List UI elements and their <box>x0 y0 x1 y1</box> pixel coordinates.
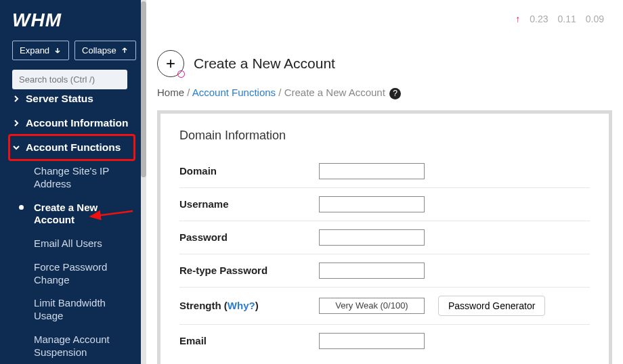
up-arrow-icon: ↑ <box>515 14 520 24</box>
chevron-right-icon <box>12 119 20 127</box>
page-title: Create a New Account <box>194 55 335 72</box>
sidebar-nav: Server Status Account Information Accoun… <box>9 87 134 364</box>
expand-label: Expand <box>20 45 49 55</box>
expand-collapse-row: Expand Collapse <box>12 41 134 60</box>
collapse-button[interactable]: Collapse <box>74 41 136 60</box>
sidebar-item-create-account[interactable]: Create a New Account <box>15 196 134 233</box>
row-username: Username <box>179 188 590 221</box>
sidebar-item-server-status[interactable]: Server Status <box>9 87 134 111</box>
page-title-row: + Create a New Account <box>157 50 612 77</box>
add-account-icon: + <box>157 50 184 77</box>
retype-label: Re-type Password <box>179 265 319 276</box>
domain-info-panel: Domain Information Domain Username Passw… <box>157 110 612 365</box>
strength-label: Strength (Why?) <box>179 300 319 311</box>
help-icon[interactable]: ? <box>389 88 401 99</box>
sidebar: WHM Expand Collapse Server Status Accoun… <box>0 0 146 364</box>
crumb-home[interactable]: Home <box>157 87 184 98</box>
load-3: 0.09 <box>586 14 604 24</box>
arrow-up-icon <box>121 47 129 55</box>
crumb-current: Create a New Account <box>284 87 385 98</box>
account-functions-submenu: Change Site's IP Address Create a New Ac… <box>9 160 134 364</box>
load-1: 0.23 <box>530 14 548 24</box>
sidebar-item-account-functions[interactable]: Account Functions <box>9 135 134 160</box>
row-retype: Re-type Password <box>179 254 590 288</box>
username-field[interactable] <box>319 196 425 212</box>
row-strength: Strength (Why?) Very Weak (0/100) Passwo… <box>179 288 590 325</box>
crumb-account-functions[interactable]: Account Functions <box>192 87 276 98</box>
why-link[interactable]: Why? <box>228 300 255 311</box>
strength-meter: Very Weak (0/100) <box>319 298 425 314</box>
sidebar-scrollbar[interactable] <box>141 0 146 364</box>
sidebar-item-force-password[interactable]: Force Password Change <box>15 256 134 292</box>
whm-logo: WHM <box>12 9 134 31</box>
panel-heading: Domain Information <box>179 129 590 143</box>
account-info-label: Account Information <box>26 117 129 129</box>
strength-close: ) <box>255 300 259 311</box>
sidebar-item-change-ip[interactable]: Change Site's IP Address <box>15 160 134 196</box>
retype-password-field[interactable] <box>319 263 425 279</box>
server-status-label: Server Status <box>26 93 93 105</box>
collapse-label: Collapse <box>82 45 116 55</box>
main-content: ↑ 0.23 0.11 0.09 + Create a New Account … <box>146 0 623 364</box>
chevron-right-icon <box>12 95 20 103</box>
row-email: Email <box>179 325 590 357</box>
sidebar-item-email-all[interactable]: Email All Users <box>15 232 134 256</box>
sidebar-item-manage-suspension[interactable]: Manage Account Suspension <box>15 328 134 364</box>
row-password: Password <box>179 221 590 254</box>
row-domain: Domain <box>179 155 590 188</box>
strength-text: Strength ( <box>179 300 228 311</box>
email-field[interactable] <box>319 333 425 349</box>
load-averages: ↑ 0.23 0.11 0.09 <box>515 14 604 24</box>
load-2: 0.11 <box>558 14 576 24</box>
username-label: Username <box>179 198 319 210</box>
sidebar-item-account-information[interactable]: Account Information <box>9 111 134 135</box>
password-generator-button[interactable]: Password Generator <box>438 296 545 316</box>
scrollbar-thumb[interactable] <box>141 1 146 177</box>
breadcrumb: Home / Account Functions / Create a New … <box>157 87 612 99</box>
account-functions-label: Account Functions <box>26 141 121 154</box>
chevron-down-icon <box>12 143 20 152</box>
password-field[interactable] <box>319 229 425 246</box>
domain-label: Domain <box>179 165 319 177</box>
expand-button[interactable]: Expand <box>12 41 69 60</box>
password-label: Password <box>179 231 319 243</box>
email-label: Email <box>179 335 319 346</box>
search-input[interactable] <box>12 70 127 89</box>
sidebar-item-limit-bandwidth[interactable]: Limit Bandwidth Usage <box>15 292 134 328</box>
domain-field[interactable] <box>319 163 425 179</box>
arrow-down-icon <box>53 47 62 55</box>
